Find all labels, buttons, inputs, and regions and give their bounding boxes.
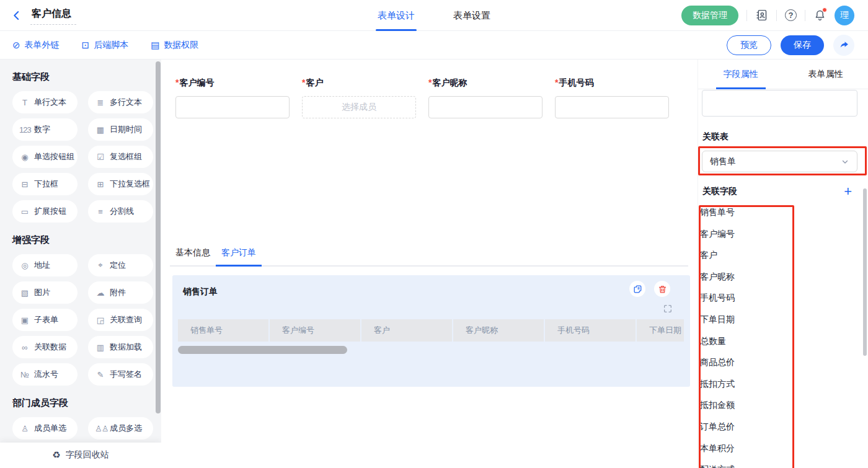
extend-button-icon: ▭ <box>19 207 30 216</box>
notification-bell-icon[interactable] <box>813 9 826 22</box>
delete-icon[interactable] <box>654 281 670 297</box>
section-title: 部门成员字段 <box>12 397 161 409</box>
section-title: 增强字段 <box>12 234 161 246</box>
field-input[interactable] <box>175 96 290 118</box>
related-field-item[interactable]: 抵扣方式 <box>700 373 735 395</box>
recycle-icon: ♻ <box>52 449 60 461</box>
subtable-column-header[interactable]: 下单日期 <box>637 319 684 342</box>
related-table-value: 销售单 <box>710 156 736 167</box>
related-field-item[interactable]: 客户昵称 <box>700 266 735 288</box>
field-recycle-bin[interactable]: ♻ 字段回收站 <box>0 443 161 467</box>
field-type-item[interactable]: ☁附件 <box>88 281 153 304</box>
required-mark: * <box>555 77 558 87</box>
enhanced-fields-grid: ◎地址⌖定位▧图片☁附件▣子表单◲关联查询∞关联数据▥数据加载№流水号✎手写签名 <box>12 254 154 386</box>
field-type-item[interactable]: ∞关联数据 <box>12 336 78 358</box>
field-type-item[interactable]: ▦日期时间 <box>88 118 153 141</box>
back-icon[interactable] <box>11 10 22 21</box>
field-type-item[interactable]: ◉单选按钮组 <box>12 146 78 168</box>
subtable-column-header[interactable]: 客户昵称 <box>453 319 544 342</box>
required-mark: * <box>428 77 432 87</box>
related-field-item[interactable]: 总数量 <box>700 330 735 352</box>
related-field-item[interactable]: 配送方式 <box>700 459 735 468</box>
field-type-item[interactable]: ♙♙成员多选 <box>88 417 153 439</box>
field-type-item[interactable]: ♙成员单选 <box>12 417 78 439</box>
related-field-item[interactable]: 抵扣金额 <box>700 394 735 416</box>
multi-select-icon: ⊞ <box>95 180 105 189</box>
field-type-item[interactable]: ⊟下拉框 <box>12 173 78 195</box>
canvas-tab[interactable]: 基本信息 <box>170 247 216 265</box>
property-text-input[interactable] <box>702 90 857 117</box>
help-icon[interactable]: ? <box>785 9 797 21</box>
related-field-item[interactable]: 下单日期 <box>700 309 735 330</box>
expand-icon[interactable] <box>663 304 673 314</box>
related-field-item[interactable]: 手机号码 <box>700 287 735 309</box>
field-type-item[interactable]: ⊞下拉复选框 <box>88 173 153 195</box>
form-title[interactable]: 客户信息 <box>30 6 76 25</box>
location-icon: ⌖ <box>95 260 105 270</box>
add-field-icon[interactable]: + <box>844 186 852 197</box>
toolbar-link[interactable]: ⊘表单外链 <box>12 40 60 51</box>
header-tab[interactable]: 表单设计 <box>378 0 415 31</box>
related-field-item[interactable]: 本单积分 <box>700 438 735 459</box>
field-type-item[interactable]: ▭扩展按钮 <box>12 200 78 223</box>
copy-icon[interactable] <box>629 281 645 297</box>
sidebar-scrollbar[interactable] <box>156 61 161 413</box>
field-type-item[interactable]: ▧图片 <box>12 281 78 304</box>
form-design-canvas[interactable]: *客户编号 *客户 选择成员 *客户昵称 *手机号码 <box>161 60 698 467</box>
share-icon[interactable] <box>833 35 854 56</box>
address-book-icon[interactable] <box>755 9 768 22</box>
data-manage-button[interactable]: 数据管理 <box>681 6 738 25</box>
signature-icon: ✎ <box>95 370 105 379</box>
field-type-item[interactable]: ☑复选框组 <box>88 146 153 168</box>
properties-tab[interactable]: 表单属性 <box>783 60 868 89</box>
form-field[interactable]: *客户昵称 <box>428 77 542 118</box>
subtable-horizontal-scrollbar[interactable] <box>178 346 347 354</box>
field-type-item[interactable]: T单行文本 <box>12 91 78 113</box>
related-table-select[interactable]: 销售单 <box>702 151 857 172</box>
form-field[interactable]: *客户 选择成员 <box>302 77 416 118</box>
canvas-tab[interactable]: 客户订单 <box>216 247 262 265</box>
field-type-item[interactable]: ⌖定位 <box>88 254 153 276</box>
serial-number-icon: № <box>19 370 30 379</box>
preview-button[interactable]: 预览 <box>727 35 771 55</box>
field-type-item[interactable]: ▣子表单 <box>12 309 78 331</box>
subform-icon: ▣ <box>19 316 30 325</box>
field-label: *客户昵称 <box>428 77 542 89</box>
field-input[interactable] <box>555 96 669 118</box>
subtable-column-header[interactable]: 客户编号 <box>270 319 360 342</box>
related-field-item[interactable]: 客户编号 <box>700 223 735 245</box>
subtable-column-header[interactable]: 手机号码 <box>545 319 636 342</box>
checkbox-group-icon: ☑ <box>95 152 105 162</box>
field-type-item[interactable]: ◎地址 <box>12 254 78 276</box>
field-type-item[interactable]: ≡分割线 <box>88 200 153 223</box>
field-input[interactable]: 选择成员 <box>302 96 416 118</box>
subtable-column-header[interactable]: 销售单号 <box>178 319 268 342</box>
related-fields-label: 关联字段 <box>702 186 737 197</box>
toolbar-link[interactable]: ⊡后端脚本 <box>82 40 129 51</box>
related-field-item[interactable]: 商品总价 <box>700 351 735 373</box>
field-type-item[interactable]: №流水号 <box>12 363 78 386</box>
field-type-item[interactable]: ◲关联查询 <box>88 309 153 331</box>
field-type-item[interactable]: ▥数据加载 <box>88 336 153 358</box>
toolbar-link[interactable]: ▤数据权限 <box>151 40 198 51</box>
subtable-column-header[interactable]: 客户 <box>361 319 452 342</box>
properties-tab[interactable]: 字段属性 <box>698 60 783 89</box>
panel-scrollbar[interactable] <box>863 188 867 356</box>
related-field-item[interactable]: 客户 <box>700 244 735 266</box>
field-type-item[interactable]: 123数字 <box>12 118 78 141</box>
form-field[interactable]: *客户编号 <box>175 77 290 118</box>
basic-fields-grid: T单行文本≣多行文本123数字▦日期时间◉单选按钮组☑复选框组⊟下拉框⊞下拉复选… <box>12 91 154 223</box>
related-field-item[interactable]: 订单总价 <box>700 416 735 438</box>
related-subtable-widget[interactable]: 销售订单 销售单号客户编号客户客户昵称手机号码下单日期 <box>172 275 690 387</box>
image-icon: ▧ <box>19 288 30 298</box>
avatar[interactable]: 理 <box>835 6 854 25</box>
related-field-item[interactable]: 销售单号 <box>700 201 735 223</box>
form-field[interactable]: *手机号码 <box>555 77 669 118</box>
field-type-item[interactable]: ✎手写签名 <box>88 363 153 386</box>
field-type-item[interactable]: ≣多行文本 <box>88 91 153 113</box>
header-tab[interactable]: 表单设置 <box>453 0 490 31</box>
field-input[interactable] <box>428 96 542 118</box>
field-label: *手机号码 <box>555 77 669 89</box>
permission-icon: ▤ <box>151 40 159 51</box>
save-button[interactable]: 保存 <box>781 35 824 55</box>
